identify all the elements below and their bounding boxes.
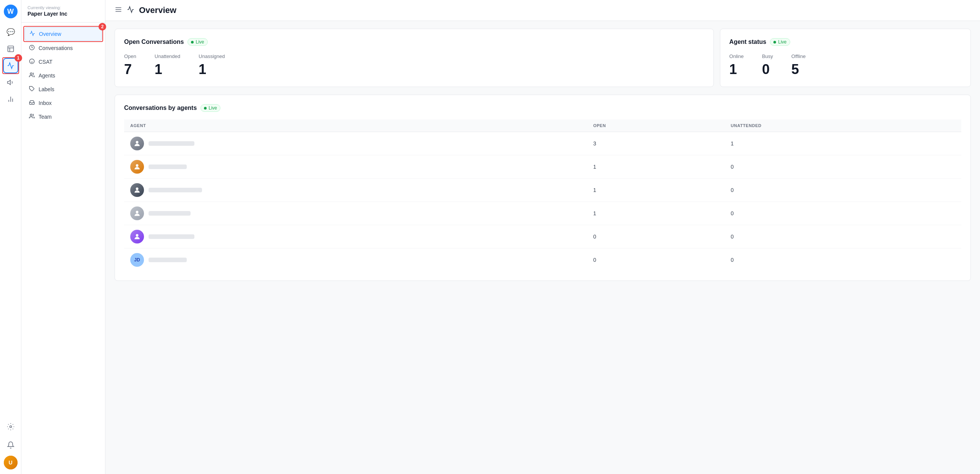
stat-busy: Busy 0 — [762, 53, 773, 77]
stat-busy-value: 0 — [762, 61, 773, 77]
sidebar-item-team[interactable]: Team — [24, 110, 102, 123]
open-conversations-card: Open Conversations Live Open 7 Unattende… — [115, 29, 714, 87]
agent-cell-0 — [124, 132, 587, 155]
conversations-by-agents-card: Conversations by agents Live AGENT OPEN … — [115, 95, 971, 281]
agent-status-card: Agent status Live Online 1 Busy 0 — [720, 29, 971, 87]
company-name: Paper Layer Inc — [27, 11, 99, 17]
agent-open-4: 0 — [587, 225, 724, 248]
agent-cell-5: JD — [124, 248, 587, 272]
conversations-label: Conversations — [39, 45, 73, 51]
svg-point-19 — [136, 164, 139, 167]
open-conversations-live-badge: Live — [188, 38, 207, 46]
table-row: 10 — [124, 179, 961, 202]
agent-status-header: Agent status Live — [729, 38, 961, 46]
stat-open: Open 7 — [124, 53, 136, 77]
agent-unattended-3: 0 — [724, 202, 961, 225]
labels-icon — [29, 86, 35, 93]
agent-name-blur-2 — [149, 188, 202, 192]
sidebar-header: Currently viewing: Paper Layer Inc — [21, 0, 105, 23]
sidebar-item-inbox[interactable]: Inbox — [24, 97, 102, 110]
stat-online-value: 1 — [729, 61, 744, 77]
agent-name-blur-4 — [149, 234, 194, 239]
team-icon — [29, 113, 35, 120]
stat-online: Online 1 — [729, 53, 744, 77]
sidebar-item-reports-bar[interactable] — [3, 92, 18, 107]
table-row: 10 — [124, 155, 961, 179]
svg-point-21 — [136, 211, 139, 213]
hamburger-icon[interactable] — [115, 6, 122, 15]
svg-point-7 — [10, 426, 11, 428]
open-conversations-title: Open Conversations — [124, 39, 184, 45]
sidebar-item-contacts[interactable] — [3, 41, 18, 56]
notifications-icon[interactable] — [3, 437, 18, 453]
agents-table: AGENT OPEN UNATTENDED 3110101000JD00 — [124, 119, 961, 271]
sidebar-item-conversations[interactable]: Conversations — [24, 42, 102, 55]
open-conversations-header: Open Conversations Live — [124, 38, 704, 46]
agent-open-1: 1 — [587, 155, 724, 179]
agent-live-label: Live — [778, 39, 786, 45]
user-avatar[interactable]: U — [4, 456, 18, 469]
agent-avatar-0 — [130, 137, 144, 150]
stat-busy-label: Busy — [762, 53, 773, 59]
agent-avatar-4 — [130, 230, 144, 243]
table-row: 10 — [124, 202, 961, 225]
stat-open-value: 7 — [124, 61, 136, 77]
agent-open-2: 1 — [587, 179, 724, 202]
stat-offline-label: Offline — [791, 53, 805, 59]
content-area: Open Conversations Live Open 7 Unattende… — [105, 21, 980, 474]
stat-online-label: Online — [729, 53, 744, 59]
svg-rect-0 — [8, 46, 13, 52]
sidebar-item-reports[interactable]: 1 — [3, 58, 18, 73]
agent-name-blur-5 — [149, 258, 187, 262]
live-label: Live — [196, 39, 204, 45]
sidebar-item-chat[interactable]: 💬 — [3, 24, 18, 40]
agent-status-live-badge: Live — [770, 38, 790, 46]
agent-cell-1 — [124, 155, 587, 179]
labels-label: Labels — [39, 86, 54, 92]
table-row: 00 — [124, 225, 961, 248]
agent-status-stats: Online 1 Busy 0 Offline 5 — [729, 53, 961, 77]
open-conversations-stats: Open 7 Unattended 1 Unassigned 1 — [124, 53, 704, 77]
table-row: 31 — [124, 132, 961, 155]
agent-cell-2 — [124, 179, 587, 202]
stat-offline-value: 5 — [791, 61, 805, 77]
agent-avatar-5: JD — [130, 253, 144, 267]
svg-point-18 — [136, 141, 139, 143]
agent-avatar-3 — [130, 206, 144, 220]
agent-unattended-4: 0 — [724, 225, 961, 248]
agent-name-blur-1 — [149, 164, 187, 169]
col-agent: AGENT — [124, 119, 587, 132]
csat-icon — [29, 58, 35, 65]
inbox-icon — [29, 100, 35, 106]
svg-point-12 — [30, 73, 32, 75]
sidebar-item-settings[interactable] — [3, 419, 18, 434]
agent-unattended-1: 0 — [724, 155, 961, 179]
stat-unattended-value: 1 — [155, 61, 180, 77]
page-title: Overview — [139, 5, 176, 15]
svg-marker-3 — [7, 80, 10, 85]
agent-cell-3 — [124, 202, 587, 225]
sidebar-item-overview[interactable]: Overview 2 — [24, 27, 102, 41]
stat-open-label: Open — [124, 53, 136, 59]
stat-unattended: Unattended 1 — [155, 53, 180, 77]
sidebar-item-agents[interactable]: Agents — [24, 69, 102, 82]
app-logo: W — [4, 5, 18, 18]
svg-point-22 — [136, 234, 139, 237]
agents-live-dot — [204, 107, 207, 110]
agent-open-5: 0 — [587, 248, 724, 272]
sidebar-item-campaigns[interactable] — [3, 75, 18, 90]
svg-point-9 — [29, 59, 34, 64]
top-row: Open Conversations Live Open 7 Unattende… — [115, 29, 971, 87]
agent-name-blur-3 — [149, 211, 191, 216]
agent-unattended-0: 1 — [724, 132, 961, 155]
col-open: OPEN — [587, 119, 724, 132]
table-header-row: AGENT OPEN UNATTENDED — [124, 119, 961, 132]
conversations-by-agents-header: Conversations by agents Live — [124, 104, 961, 112]
main-content: Overview Open Conversations Live Open 7 — [105, 0, 980, 474]
col-unattended: UNATTENDED — [724, 119, 961, 132]
sidebar-item-labels[interactable]: Labels — [24, 83, 102, 96]
currently-viewing-label: Currently viewing: — [27, 5, 99, 10]
sidebar-nav: Overview 2 Conversations CSAT — [21, 23, 105, 128]
sidebar-item-csat[interactable]: CSAT — [24, 55, 102, 68]
conversations-by-agents-live-badge: Live — [201, 104, 220, 112]
